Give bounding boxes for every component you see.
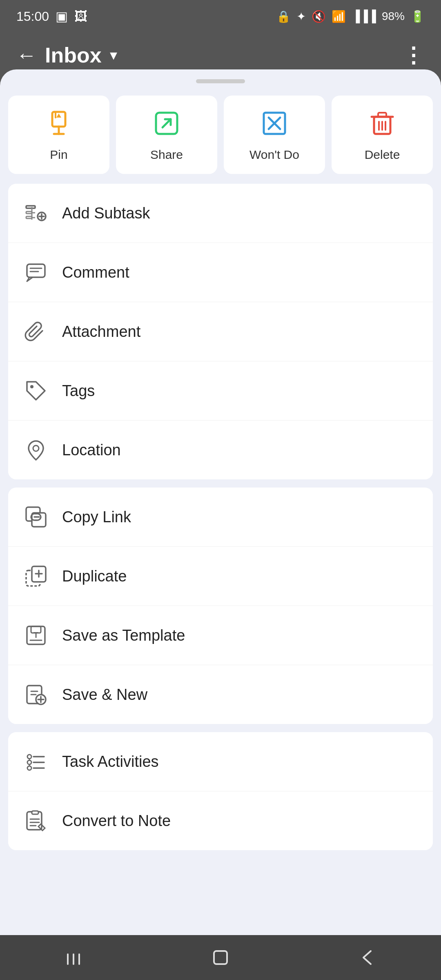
app-bar-title: Inbox: [45, 43, 102, 67]
wifi-icon: 📶: [332, 10, 346, 23]
share-button[interactable]: Share: [116, 96, 217, 174]
attachment-item[interactable]: Attachment: [8, 302, 433, 361]
image-icon: 🖼: [74, 9, 87, 24]
wontdo-button[interactable]: Won't Do: [224, 96, 325, 174]
nav-recent-apps-button[interactable]: [62, 946, 85, 969]
nav-back-button[interactable]: [356, 946, 379, 969]
bluetooth-icon: ✦: [296, 10, 306, 23]
svg-rect-17: [26, 212, 32, 214]
wontdo-icon: [261, 110, 287, 140]
status-bar-right: 🔒 ✦ 🔇 📶 ▐▐▐ 98% 🔋: [276, 10, 425, 23]
svg-rect-25: [27, 264, 45, 277]
dropdown-chevron-icon[interactable]: ▾: [110, 47, 117, 64]
more-options-button[interactable]: ⋮: [403, 43, 425, 67]
status-time: 15:00: [16, 9, 49, 24]
nav-home-icon: [209, 946, 232, 969]
comment-icon: [24, 261, 47, 284]
menu-group-2: Copy Link Duplicate T Save as Template: [8, 488, 433, 724]
save-as-template-item[interactable]: T Save as Template: [8, 606, 433, 665]
duplicate-item[interactable]: Duplicate: [8, 547, 433, 606]
drag-handle[interactable]: [196, 79, 245, 83]
task-activities-label: Task Activities: [62, 753, 159, 771]
delete-label: Delete: [365, 148, 400, 162]
comment-label: Comment: [62, 264, 129, 281]
nav-home-button[interactable]: [209, 946, 232, 969]
svg-point-29: [33, 445, 39, 451]
delete-svg: [369, 110, 395, 136]
add-subtask-item[interactable]: Add Subtask: [8, 184, 433, 243]
share-label: Share: [150, 148, 183, 162]
svg-rect-16: [26, 206, 35, 208]
svg-text:T: T: [33, 630, 38, 639]
nav-recent-apps-icon: [62, 946, 85, 969]
task-activities-icon: [24, 750, 47, 773]
pin-svg: [46, 110, 72, 136]
svg-point-48: [27, 766, 31, 770]
menu-group-3: Task Activities Convert to Note: [8, 732, 433, 850]
convert-to-note-label: Convert to Note: [62, 812, 171, 830]
wontdo-svg: [261, 110, 287, 136]
lock-icon: 🔒: [276, 10, 291, 23]
convert-to-note-icon: [24, 809, 47, 832]
convert-to-note-item[interactable]: Convert to Note: [8, 791, 433, 850]
battery-text: 98%: [382, 10, 405, 23]
top-actions-row: Pin Share Won't Do: [8, 96, 433, 174]
svg-point-28: [30, 385, 33, 388]
duplicate-icon: [24, 565, 47, 588]
navigation-bar: [0, 935, 441, 980]
svg-marker-4: [56, 114, 61, 118]
svg-point-47: [27, 760, 31, 764]
share-icon: [154, 110, 180, 140]
save-as-template-icon: T: [24, 624, 47, 647]
save-and-new-item[interactable]: Save & New: [8, 665, 433, 724]
back-button[interactable]: ←: [16, 43, 37, 67]
tags-icon: [24, 379, 47, 402]
tags-label: Tags: [62, 382, 95, 400]
svg-rect-55: [32, 811, 38, 814]
duplicate-label: Duplicate: [62, 568, 127, 585]
nav-back-icon: [356, 946, 379, 969]
save-as-template-label: Save as Template: [62, 627, 185, 644]
attachment-icon: [24, 320, 47, 343]
comment-item[interactable]: Comment: [8, 243, 433, 302]
location-item[interactable]: Location: [8, 421, 433, 479]
status-bar: 15:00 ▣ 🖼 🔒 ✦ 🔇 📶 ▐▐▐ 98% 🔋: [0, 0, 441, 33]
delete-button[interactable]: Delete: [332, 96, 433, 174]
svg-point-46: [27, 755, 31, 759]
status-bar-left: 15:00 ▣ 🖼: [16, 9, 87, 24]
copy-link-label: Copy Link: [62, 508, 131, 526]
task-activities-item[interactable]: Task Activities: [8, 732, 433, 791]
app-bar-left: ← Inbox ▾: [16, 43, 117, 67]
add-subtask-label: Add Subtask: [62, 205, 150, 222]
mute-icon: 🔇: [312, 10, 326, 23]
copy-link-item[interactable]: Copy Link: [8, 488, 433, 547]
attachment-label: Attachment: [62, 323, 140, 341]
signal-icon: ▐▐▐: [352, 10, 376, 23]
copy-link-icon: [24, 506, 47, 528]
pin-icon: [46, 110, 72, 140]
delete-icon: [369, 110, 395, 140]
location-icon: [24, 439, 47, 461]
pin-button[interactable]: Pin: [8, 96, 109, 174]
svg-rect-62: [214, 951, 227, 964]
wontdo-label: Won't Do: [249, 148, 299, 162]
svg-rect-12: [378, 113, 386, 117]
battery-icon: 🔋: [410, 10, 425, 23]
share-svg: [154, 110, 180, 136]
pin-label: Pin: [50, 148, 67, 162]
add-subtask-icon: [24, 202, 47, 225]
menu-group-1: Add Subtask Comment Attachment Tags: [8, 184, 433, 479]
svg-rect-18: [26, 216, 32, 218]
sim-icon: ▣: [56, 9, 68, 24]
save-and-new-label: Save & New: [62, 686, 147, 704]
tags-item[interactable]: Tags: [8, 361, 433, 421]
location-label: Location: [62, 441, 121, 459]
svg-line-6: [163, 119, 171, 127]
bottom-sheet: Pin Share Won't Do: [0, 69, 441, 980]
save-and-new-icon: [24, 683, 47, 706]
